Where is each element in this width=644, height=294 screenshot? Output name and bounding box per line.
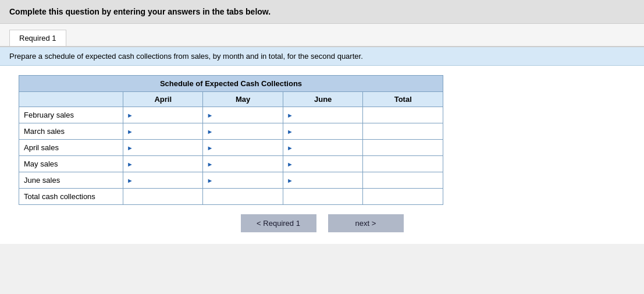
cell-may-may: ► bbox=[203, 156, 283, 172]
input-may-total[interactable] bbox=[367, 157, 433, 172]
cell-march-june: ► bbox=[283, 123, 363, 140]
input-june-total[interactable] bbox=[367, 173, 433, 188]
row-label-june: June sales bbox=[19, 172, 123, 189]
arrow-icon: ► bbox=[207, 128, 213, 135]
cell-march-may: ► bbox=[203, 123, 283, 140]
cell-total-june bbox=[283, 189, 363, 205]
arrow-icon: ► bbox=[127, 112, 133, 119]
input-march-april[interactable] bbox=[134, 124, 201, 139]
header-instruction: Complete this question by entering your … bbox=[9, 7, 271, 16]
arrow-icon: ► bbox=[127, 161, 133, 168]
table-row: June sales ► ► bbox=[19, 172, 443, 189]
arrow-icon: ► bbox=[207, 112, 213, 119]
row-label-february: February sales bbox=[19, 107, 123, 123]
cell-april-april: ► bbox=[123, 140, 203, 156]
input-total-april[interactable] bbox=[127, 189, 194, 204]
cell-february-total bbox=[363, 107, 443, 123]
cell-total-april bbox=[123, 189, 203, 205]
input-total-may[interactable] bbox=[207, 189, 273, 204]
col-header-april: April bbox=[123, 92, 203, 107]
arrow-icon: ► bbox=[287, 161, 293, 168]
arrow-icon: ► bbox=[127, 128, 133, 135]
row-label-april: April sales bbox=[19, 140, 123, 156]
cell-may-total bbox=[363, 156, 443, 172]
cell-march-april: ► bbox=[123, 123, 203, 140]
arrow-icon: ► bbox=[207, 161, 213, 168]
instruction-text: Prepare a schedule of expected cash coll… bbox=[9, 52, 363, 61]
cell-february-may: ► bbox=[203, 107, 283, 123]
cell-june-april: ► bbox=[123, 172, 203, 189]
input-march-may[interactable] bbox=[214, 124, 280, 139]
table-header-row: April May June Total bbox=[19, 92, 443, 107]
arrow-icon: ► bbox=[207, 144, 213, 151]
cell-june-may: ► bbox=[203, 172, 283, 189]
input-april-total[interactable] bbox=[367, 140, 433, 155]
arrow-icon: ► bbox=[287, 144, 293, 151]
col-header-total: Total bbox=[363, 92, 443, 107]
cell-april-total bbox=[363, 140, 443, 156]
row-label-total-cash: Total cash collections bbox=[19, 189, 123, 205]
input-march-june[interactable] bbox=[294, 124, 361, 139]
input-april-june[interactable] bbox=[294, 140, 361, 155]
arrow-icon: ► bbox=[287, 128, 293, 135]
cell-february-june: ► bbox=[283, 107, 363, 123]
table-row: March sales ► ► bbox=[19, 123, 443, 140]
next-button[interactable]: next > bbox=[328, 214, 404, 232]
content-area: Schedule of Expected Cash Collections Ap… bbox=[0, 66, 644, 244]
tab-area: Required 1 bbox=[0, 24, 644, 47]
arrow-icon: ► bbox=[127, 177, 133, 184]
cell-total-total bbox=[363, 189, 443, 205]
cell-february-april: ► bbox=[123, 107, 203, 123]
input-february-total[interactable] bbox=[367, 108, 433, 123]
table-row: April sales ► ► bbox=[19, 140, 443, 156]
schedule-container: Schedule of Expected Cash Collections Ap… bbox=[19, 75, 443, 205]
cell-total-may bbox=[203, 189, 283, 205]
table-row: May sales ► ► bbox=[19, 156, 443, 172]
table-row: February sales ► ► bbox=[19, 107, 443, 123]
arrow-icon: ► bbox=[207, 177, 213, 184]
input-february-may[interactable] bbox=[214, 108, 280, 123]
arrow-icon: ► bbox=[287, 177, 293, 184]
page-wrapper: Complete this question by entering your … bbox=[0, 0, 644, 244]
cell-june-total bbox=[363, 172, 443, 189]
schedule-table: April May June Total February sales ► bbox=[19, 91, 443, 205]
cell-april-june: ► bbox=[283, 140, 363, 156]
table-row-total: Total cash collections bbox=[19, 189, 443, 205]
cell-march-total bbox=[363, 123, 443, 140]
prev-button[interactable]: < Required 1 bbox=[241, 214, 316, 232]
tab-required-1[interactable]: Required 1 bbox=[9, 30, 66, 46]
input-may-june[interactable] bbox=[294, 157, 361, 172]
input-june-june[interactable] bbox=[294, 173, 361, 188]
arrow-icon: ► bbox=[287, 112, 293, 119]
row-label-march: March sales bbox=[19, 123, 123, 140]
row-label-may: May sales bbox=[19, 156, 123, 172]
input-may-may[interactable] bbox=[214, 157, 280, 172]
cell-may-april: ► bbox=[123, 156, 203, 172]
input-may-april[interactable] bbox=[134, 157, 201, 172]
input-june-may[interactable] bbox=[214, 173, 280, 188]
col-header-june: June bbox=[283, 92, 363, 107]
input-total-total[interactable] bbox=[367, 189, 433, 204]
schedule-title: Schedule of Expected Cash Collections bbox=[19, 75, 443, 91]
input-february-june[interactable] bbox=[294, 108, 361, 123]
input-february-april[interactable] bbox=[134, 108, 201, 123]
header-banner: Complete this question by entering your … bbox=[0, 0, 644, 24]
col-header-row-label bbox=[19, 92, 123, 107]
input-june-april[interactable] bbox=[134, 173, 201, 188]
input-total-june[interactable] bbox=[287, 189, 354, 204]
cell-may-june: ► bbox=[283, 156, 363, 172]
input-april-may[interactable] bbox=[214, 140, 280, 155]
arrow-icon: ► bbox=[127, 144, 133, 151]
cell-april-may: ► bbox=[203, 140, 283, 156]
instruction-bar: Prepare a schedule of expected cash coll… bbox=[0, 47, 644, 66]
col-header-may: May bbox=[203, 92, 283, 107]
cell-june-june: ► bbox=[283, 172, 363, 189]
input-april-april[interactable] bbox=[134, 140, 201, 155]
footer-buttons: < Required 1 next > bbox=[9, 214, 635, 232]
input-march-total[interactable] bbox=[367, 124, 433, 139]
